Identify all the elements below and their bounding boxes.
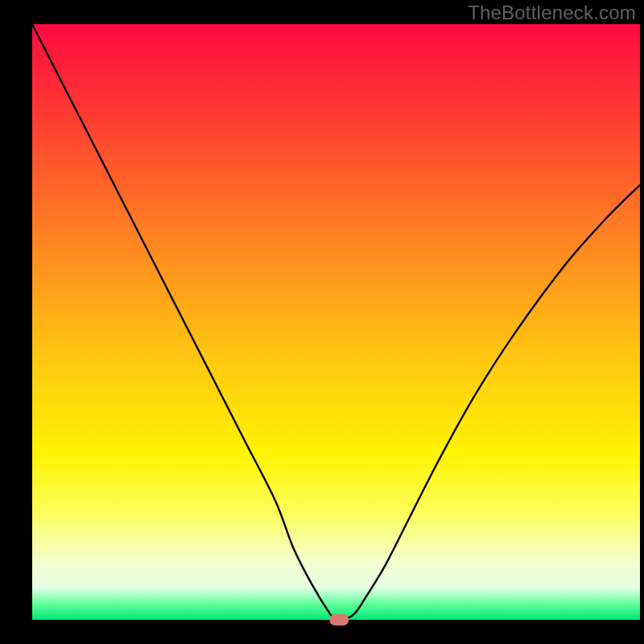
watermark-text: TheBottleneck.com bbox=[468, 2, 636, 24]
optimum-marker bbox=[329, 614, 349, 625]
chart-frame: TheBottleneck.com bbox=[0, 0, 644, 644]
plot-area bbox=[32, 24, 640, 620]
chart-svg bbox=[0, 0, 644, 644]
